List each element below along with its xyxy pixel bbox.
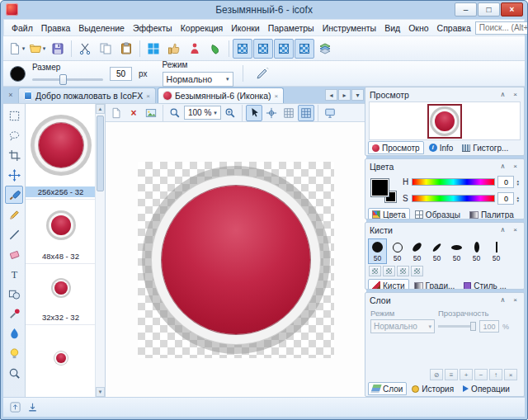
layer-action-4-button[interactable]: −	[474, 369, 488, 380]
app-icon[interactable]	[6, 3, 18, 16]
close-panel-icon[interactable]: ×	[511, 91, 520, 98]
slider-thumb[interactable]	[470, 322, 476, 331]
layers-view-button[interactable]	[315, 39, 335, 59]
menu-view[interactable]: Вид	[380, 21, 404, 35]
brush-ellipse-diagonal[interactable]: 50	[408, 238, 427, 264]
brush-ellipse-thin[interactable]: 50	[427, 238, 446, 264]
current-color-swatch[interactable]	[10, 66, 26, 82]
tab-layers[interactable]: Слои	[368, 382, 407, 395]
tab-history[interactable]: История	[408, 382, 458, 395]
lighten-tool[interactable]	[5, 344, 23, 362]
collapse-icon[interactable]: ∧	[498, 91, 507, 98]
menu-effects[interactable]: Эффекты	[129, 21, 177, 35]
layer-action-3-button[interactable]: +	[460, 369, 473, 380]
brush-option-4-toggle[interactable]	[411, 266, 423, 276]
close-panel-icon[interactable]: ×	[511, 226, 520, 234]
lasso-select-tool[interactable]	[5, 126, 23, 144]
brush-line-vertical[interactable]: 50	[487, 238, 506, 264]
hue-spinner[interactable]: ▴▾	[516, 179, 519, 186]
layer-action-1-button[interactable]: ⊘	[430, 369, 443, 380]
spin-down-icon[interactable]: ▾	[516, 199, 519, 202]
close-all-tabs-button[interactable]: ×	[5, 89, 16, 101]
collapse-icon[interactable]: ∧	[498, 296, 507, 304]
tab-brushes[interactable]: Кисти	[368, 279, 409, 290]
airbrush-button[interactable]	[252, 64, 272, 83]
tab-style[interactable]: Стиль ...	[460, 279, 511, 290]
layer-mode-select[interactable]: Нормально ▾	[370, 319, 435, 333]
tab-gradient[interactable]: Гради...	[410, 279, 460, 290]
view-mode-3-toggle[interactable]	[274, 39, 294, 59]
zoom-level-select[interactable]: 100 % ▾	[184, 106, 221, 120]
menu-file[interactable]: Файл	[7, 21, 37, 35]
brush-option-2-toggle[interactable]	[383, 266, 395, 276]
pointer-mode-toggle[interactable]	[246, 105, 262, 121]
list-item-32[interactable]: 32x32 - 32	[26, 264, 96, 325]
layer-action-2-button[interactable]: ≡	[445, 369, 458, 380]
line-tool[interactable]	[5, 225, 23, 243]
menu-selection[interactable]: Выделение	[74, 21, 129, 35]
list-item-256[interactable]: 256x256 - 32	[26, 104, 96, 200]
close-panel-icon[interactable]: ×	[511, 296, 520, 304]
preview-thumbnail[interactable]	[427, 104, 462, 139]
minimize-button[interactable]: –	[455, 2, 477, 17]
hue-slider[interactable]	[412, 178, 495, 186]
precision-mode-button[interactable]	[263, 105, 280, 121]
opacity-slider[interactable]	[438, 321, 476, 332]
view-mode-4-toggle[interactable]	[295, 39, 314, 59]
tab-colors[interactable]: Цвета	[368, 208, 410, 219]
scroll-down-icon[interactable]: ▼	[96, 387, 105, 397]
scrollbar-thumb[interactable]	[97, 116, 104, 191]
canvas[interactable]	[106, 122, 366, 397]
tab-scroll-right-button[interactable]: ▸	[338, 89, 351, 101]
zoom-tool[interactable]	[5, 364, 23, 382]
paste-button[interactable]	[116, 39, 136, 59]
search-input[interactable]	[475, 21, 528, 35]
saturation-slider[interactable]	[412, 195, 495, 202]
collapse-icon[interactable]: ∧	[498, 163, 507, 170]
tab-untitled-6[interactable]: Безымянный-6 (Иконка) ×	[158, 87, 284, 103]
list-item-48[interactable]: 48x48 - 32	[26, 200, 96, 264]
size-input[interactable]	[110, 67, 132, 81]
menu-adjustments[interactable]: Коррекция	[177, 21, 228, 35]
tab-preview[interactable]: Просмотр	[368, 141, 424, 154]
status-download-button[interactable]	[25, 400, 40, 415]
zoom-menu-button[interactable]	[167, 105, 183, 121]
close-panel-icon[interactable]: ×	[511, 163, 520, 170]
tab-histogram[interactable]: Гистогр...	[458, 141, 512, 154]
copy-button[interactable]	[96, 39, 116, 59]
marquee-select-tool[interactable]	[5, 106, 23, 125]
tab-info[interactable]: iInfo	[425, 141, 458, 154]
mode-select[interactable]: Нормально ▾	[163, 72, 233, 87]
new-document-button[interactable]: ▾	[7, 39, 26, 59]
zoom-in-button[interactable]	[222, 105, 238, 121]
windows-export-button[interactable]	[144, 39, 163, 59]
color-picker-tool[interactable]	[5, 304, 23, 323]
effects-button[interactable]	[205, 39, 225, 59]
shapes-tool[interactable]	[5, 285, 23, 303]
brush-tool[interactable]	[5, 186, 23, 204]
close-button[interactable]: ×	[501, 2, 523, 17]
brush-round-outline[interactable]: 50	[388, 238, 407, 264]
brush-ellipse-vertical[interactable]: 50	[467, 238, 486, 264]
collapse-icon[interactable]: ∧	[498, 226, 507, 234]
text-tool[interactable]: T	[5, 265, 23, 283]
move-tool[interactable]	[5, 166, 23, 184]
open-button[interactable]: ▾	[27, 39, 47, 59]
view-mode-1-toggle[interactable]	[233, 39, 252, 59]
export-image-button[interactable]	[143, 105, 159, 121]
crop-tool[interactable]	[5, 146, 23, 164]
pencil-tool[interactable]	[5, 205, 23, 224]
layer-action-5-button[interactable]: ↑	[489, 369, 502, 380]
saturation-spinner[interactable]: ▴▾	[516, 196, 519, 202]
tab-welcome[interactable]: Добро пожаловать в IcoFX ×	[18, 87, 156, 103]
favorites-button[interactable]	[164, 39, 184, 59]
menu-parameters[interactable]: Параметры	[264, 21, 318, 35]
size-slider[interactable]	[32, 74, 103, 85]
maximize-button[interactable]: □	[478, 2, 500, 17]
grid-toggle[interactable]	[280, 105, 297, 121]
brush-option-1-toggle[interactable]	[369, 266, 381, 276]
status-upload-button[interactable]	[7, 400, 22, 415]
layer-action-6-button[interactable]: ×	[504, 369, 517, 380]
spin-down-icon[interactable]: ▾	[516, 182, 519, 186]
brush-round-solid[interactable]: 50	[368, 238, 387, 264]
